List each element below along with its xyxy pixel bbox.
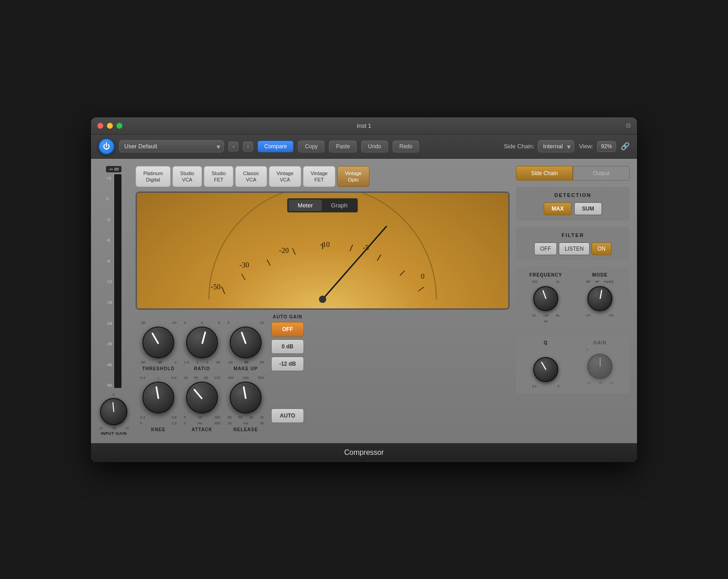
input-gain-meter: +3 0 -3 -6 -9 -12 -18 -24 -30 -40 -60 [106, 174, 121, 388]
compare-button[interactable]: Compare [258, 141, 293, 152]
paste-button[interactable]: Paste [329, 141, 357, 152]
threshold-indicator [152, 332, 159, 344]
knee-label: KNEE [151, 427, 166, 432]
mode-scale-top: BPHPParEQ [586, 280, 614, 283]
auto-button[interactable]: AUTO [271, 408, 304, 423]
makeup-label: MAKE UP [233, 366, 258, 371]
input-gain-knob[interactable] [100, 398, 127, 425]
meter-btn-meter[interactable]: Meter [288, 200, 322, 211]
input-gain-label: INPUT GAIN [101, 431, 126, 436]
ratio-scale-bottom: 1.41:130 [184, 360, 220, 364]
tab-side-chain[interactable]: Side Chain [516, 166, 573, 181]
attack-knob[interactable] [186, 382, 218, 413]
tab-vintage-fet[interactable]: VintageFET [303, 166, 335, 187]
filter-off-button[interactable]: OFF [534, 242, 557, 255]
tab-studio-fet[interactable]: StudioFET [204, 166, 233, 187]
bottom-title: Compressor [344, 448, 384, 457]
svg-text:0: 0 [421, 272, 425, 280]
nav-forward-button[interactable]: › [243, 141, 253, 151]
minimize-button[interactable] [107, 123, 113, 129]
filter-section: FILTER OFF LISTEN ON [516, 227, 630, 261]
right-panel: Side Chain Output DETECTION MAX SUM FILT… [516, 166, 630, 436]
tab-vintage-vca[interactable]: VintageVCA [269, 166, 301, 187]
maximize-button[interactable] [116, 123, 122, 129]
gain-label: GAIN [593, 340, 607, 345]
svg-line-14 [418, 287, 424, 291]
preset-select-wrapper: User Default [119, 140, 224, 152]
tab-vintage-opto[interactable]: VintageOpto [337, 166, 369, 187]
threshold-knob[interactable] [142, 327, 174, 358]
svg-text:-10: -10 [320, 241, 329, 248]
filter-buttons: OFF LISTEN ON [521, 242, 624, 255]
svg-line-15 [323, 227, 386, 299]
auto-gain-minus12db-button[interactable]: -12 dB [271, 357, 304, 371]
auto-gain-0db-button[interactable]: 0 dB [271, 339, 304, 354]
filter-listen-button[interactable]: LISTEN [559, 242, 590, 255]
db-label-p3: +3 [106, 176, 112, 181]
ratio-scale-top: 358 [184, 321, 220, 325]
auto-gain-label: AUTO GAIN [273, 314, 303, 319]
knee-scale-top: 0.4|0.6 [140, 376, 177, 380]
view-percent[interactable]: 92% [597, 141, 616, 152]
meter-btn-graph[interactable]: Graph [322, 200, 357, 211]
link-icon[interactable]: 🔗 [621, 142, 630, 151]
preset-select[interactable]: User Default [119, 140, 224, 152]
attack-label: ATTACK [192, 427, 212, 432]
knee-knob[interactable] [142, 382, 174, 413]
release-knob[interactable] [230, 382, 262, 413]
window-controls: ⊡ [626, 122, 631, 129]
attack-scale-bottom: 510160 [184, 415, 220, 419]
redo-button[interactable]: Redo [393, 141, 420, 152]
q-scale-bottom: 0.55 [532, 385, 560, 388]
auto-gain-off-button[interactable]: OFF [271, 322, 304, 337]
tab-platinum-digital[interactable]: PlatinumDigital [136, 166, 171, 187]
meter-display-inner: Meter Graph -50 -30 -20 -10 -5 0 [137, 193, 508, 308]
left-panel: -∞ dB +3 0 -3 -6 -9 -12 -18 -24 -30 -40 … [98, 166, 129, 436]
detection-sum-button[interactable]: SUM [574, 202, 602, 215]
frequency-group: FREQUENCY 5202k 321308k Hz [521, 272, 570, 323]
threshold-group: -30-20 -50dB0 THRESHOLD [140, 321, 177, 371]
makeup-knob[interactable] [230, 327, 262, 358]
makeup-indicator [241, 332, 246, 344]
db-labels: +3 0 -3 -6 -9 -12 -18 -24 -30 -40 -60 [106, 174, 112, 388]
side-chain-select[interactable]: Internal [538, 140, 574, 152]
release-scale-bottom: 20501k2k [228, 415, 264, 419]
tab-studio-vca[interactable]: StudioVCA [172, 166, 202, 187]
tab-output[interactable]: Output [573, 166, 630, 181]
close-button[interactable] [97, 123, 103, 129]
compressor-tabs: PlatinumDigital StudioVCA StudioFET Clas… [136, 166, 510, 187]
db-label-m40: -40 [106, 363, 112, 367]
release-indicator [243, 386, 247, 399]
db-label-m6: -6 [106, 238, 112, 242]
copy-button[interactable]: Copy [298, 141, 324, 152]
traffic-lights [97, 123, 122, 129]
main-content: -∞ dB +3 0 -3 -6 -9 -12 -18 -24 -30 -40 … [91, 159, 637, 443]
gain-scale-top: 0 [586, 348, 614, 351]
filter-on-button[interactable]: ON [592, 242, 612, 255]
gain-knob[interactable] [587, 354, 612, 379]
freq-indicator [542, 290, 546, 298]
release-label: RELEASE [233, 427, 258, 432]
bottom-bar: Compressor [91, 443, 637, 462]
window-title: Inst 1 [357, 122, 371, 129]
nav-back-button[interactable]: ‹ [228, 141, 238, 151]
eq-q-gain-section: Q 0.55 GAIN 0 [516, 335, 630, 393]
undo-button[interactable]: Undo [361, 141, 388, 152]
gain-scale-bottom: -24dB24 [586, 382, 614, 385]
view-label: View: [579, 143, 593, 150]
detection-max-button[interactable]: MAX [544, 202, 571, 215]
knobs-row-2: 0.4|0.6 0.20.8 01.0 KNEE [136, 376, 510, 432]
svg-line-11 [350, 245, 353, 251]
knee-scale-bottom: 0.20.8 [140, 415, 177, 419]
eq-freq-mode-section: FREQUENCY 5202k 321308k Hz MODE [516, 267, 630, 328]
mode-knob[interactable] [587, 286, 612, 311]
ratio-knob[interactable] [186, 327, 218, 358]
db-label-m60: -60 [106, 383, 112, 388]
power-button[interactable]: ⏻ [98, 138, 115, 155]
tab-classic-vca[interactable]: ClassicVCA [235, 166, 267, 187]
q-indicator [541, 362, 546, 370]
frequency-knob[interactable] [533, 286, 558, 311]
detection-title: DETECTION [521, 192, 624, 198]
q-knob[interactable] [533, 357, 558, 382]
svg-text:-30: -30 [239, 261, 249, 269]
